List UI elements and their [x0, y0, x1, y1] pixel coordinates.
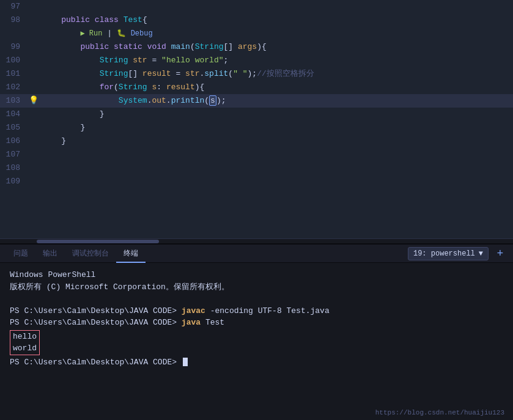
- code-line-103: 103 💡 System.out.println(s);: [0, 94, 513, 108]
- code-line-97: 97: [0, 0, 513, 13]
- code-line-run-debug: ▶ Run | 🐛 Debug: [0, 27, 513, 40]
- terminal-java-args: Test: [201, 318, 224, 327]
- code-line-107: 107: [0, 148, 513, 161]
- code-line-104: 104 }: [0, 108, 513, 121]
- terminal-path-3: PS C:\Users\Calm\Desktop\JAVA CODE>: [10, 358, 182, 367]
- tab-debug-console[interactable]: 调试控制台: [65, 245, 116, 263]
- terminal-content: Windows PowerShell 版权所有 (C) Microsoft Co…: [0, 263, 513, 374]
- chevron-down-icon: ▼: [479, 249, 483, 258]
- code-line-108: 108: [0, 161, 513, 175]
- line-num-108: 108: [0, 161, 28, 175]
- line-content-103: System.out.println(s);: [40, 94, 513, 108]
- code-line-109: 109: [0, 175, 513, 188]
- line-content-102: for(String s: result){: [40, 81, 513, 94]
- code-editor: 97 98 public class Test{ ▶ Run | 🐛 Debug…: [0, 0, 513, 238]
- terminal-wrapper: Windows PowerShell 版权所有 (C) Microsoft Co…: [0, 263, 513, 420]
- terminal-cmd-javac: javac: [182, 306, 205, 315]
- line-num-100: 100: [0, 54, 28, 67]
- line-num-101: 101: [0, 67, 28, 81]
- line-content-101: String[] result = str.split(" ");//按照空格拆…: [40, 67, 513, 81]
- code-line-99: 99 public static void main(String[] args…: [0, 40, 513, 54]
- line-num-102: 102: [0, 81, 28, 94]
- line-content-105: }: [40, 121, 513, 134]
- panel-tab-bar: 问题 输出 调试控制台 终端 19: powershell ▼ +: [0, 245, 513, 263]
- terminal-line-javac: PS C:\Users\Calm\Desktop\JAVA CODE> java…: [10, 305, 503, 317]
- terminal-dropdown-label: 19: powershell: [413, 249, 475, 258]
- terminal-javac-args: -encoding UTF-8 Test.java: [205, 306, 330, 315]
- line-content-99: public static void main(String[] args){: [40, 40, 513, 54]
- terminal-line-prompt: PS C:\Users\Calm\Desktop\JAVA CODE>: [10, 356, 503, 369]
- terminal-line-java: PS C:\Users\Calm\Desktop\JAVA CODE> java…: [10, 317, 503, 329]
- terminal-output-hello: hello: [13, 331, 37, 343]
- tab-terminal[interactable]: 终端: [116, 245, 146, 263]
- tab-output[interactable]: 输出: [35, 245, 65, 263]
- code-line-105: 105 }: [0, 121, 513, 134]
- terminal-path-2: PS C:\Users\Calm\Desktop\JAVA CODE>: [10, 318, 182, 327]
- code-line-100: 100 String str = "hello world";: [0, 54, 513, 67]
- line-num-103: 103: [0, 94, 28, 108]
- terminal-output-box: hello world: [10, 330, 40, 355]
- line-content-98: public class Test{: [40, 13, 513, 27]
- scrollbar-thumb[interactable]: [37, 240, 159, 243]
- gutter-103: 💡: [28, 94, 40, 108]
- code-line-102: 102 for(String s: result){: [0, 81, 513, 94]
- terminal-line-copyright: 版权所有 (C) Microsoft Corporation。保留所有权利。: [10, 281, 503, 293]
- terminal-panel: 问题 输出 调试控制台 终端 19: powershell ▼ + Window…: [0, 243, 513, 420]
- editor-scrollbar[interactable]: [0, 238, 513, 243]
- line-content-100: String str = "hello world";: [40, 54, 513, 67]
- add-terminal-button[interactable]: +: [493, 247, 507, 260]
- line-content-104: }: [40, 108, 513, 121]
- code-line-106: 106 }: [0, 134, 513, 148]
- line-num-104: 104: [0, 108, 28, 121]
- terminal-line-empty: [10, 293, 503, 305]
- line-content-106: }: [40, 134, 513, 148]
- line-num-98: 98: [0, 13, 28, 27]
- line-num-107: 107: [0, 148, 28, 161]
- terminal-output-world: world: [13, 342, 37, 355]
- line-num-105: 105: [0, 121, 28, 134]
- terminal-dropdown[interactable]: 19: powershell ▼: [408, 247, 489, 260]
- line-content-run: ▶ Run | 🐛 Debug: [40, 27, 513, 40]
- watermark-text: https://blog.csdn.net/huaijiu123: [375, 409, 504, 416]
- terminal-path-1: PS C:\Users\Calm\Desktop\JAVA CODE>: [10, 306, 182, 315]
- line-num-99: 99: [0, 40, 28, 54]
- code-line-101: 101 String[] result = str.split(" ");//按…: [0, 67, 513, 81]
- tab-problems[interactable]: 问题: [6, 245, 35, 263]
- terminal-cmd-java: java: [182, 318, 201, 327]
- code-line-98: 98 public class Test{: [0, 13, 513, 27]
- line-num-97: 97: [0, 0, 28, 13]
- line-num-106: 106: [0, 134, 28, 148]
- lightbulb-icon: 💡: [29, 94, 39, 108]
- line-num-109: 109: [0, 175, 28, 188]
- terminal-line-powershell: Windows PowerShell: [10, 269, 503, 281]
- terminal-cursor: [183, 358, 188, 366]
